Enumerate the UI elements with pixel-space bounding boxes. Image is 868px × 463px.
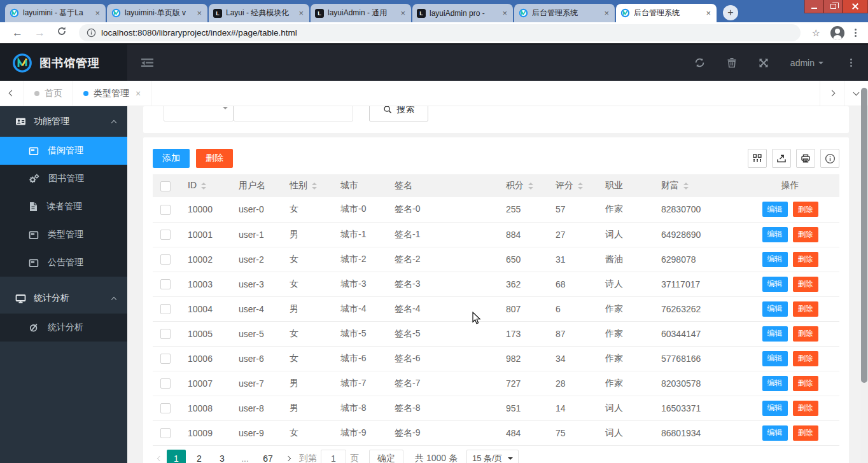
tab-close-icon[interactable]: × xyxy=(501,9,508,17)
page-size-select[interactable]: 15 条/页 xyxy=(466,450,519,463)
edit-button[interactable]: 编辑 xyxy=(762,401,788,416)
page-number-1[interactable]: 1 xyxy=(167,450,186,463)
export-tool-button[interactable] xyxy=(772,149,791,168)
page-tab-类型管理[interactable]: 类型管理× xyxy=(73,81,151,106)
tab-scroll-right[interactable] xyxy=(820,81,844,106)
edit-button[interactable]: 编辑 xyxy=(762,277,788,292)
more-menu-icon[interactable] xyxy=(834,59,868,67)
browser-tab[interactable]: 后台管理系统× xyxy=(514,4,615,22)
goto-page-input[interactable] xyxy=(321,450,346,463)
sidebar-group-统计分析[interactable]: 统计分析 xyxy=(0,283,127,314)
row-checkbox[interactable] xyxy=(160,254,171,265)
tab-close-icon[interactable]: × xyxy=(136,88,141,99)
tab-scroll-left[interactable] xyxy=(0,81,24,106)
bookmark-star-icon[interactable]: ☆ xyxy=(807,27,825,39)
browser-menu-icon[interactable] xyxy=(850,29,862,37)
delete-button[interactable]: 删除 xyxy=(196,149,233,168)
edit-button[interactable]: 编辑 xyxy=(762,301,788,317)
delete-row-button[interactable]: 删除 xyxy=(793,277,818,292)
sidebar-group-功能管理[interactable]: 功能管理 xyxy=(0,106,127,137)
edit-button[interactable]: 编辑 xyxy=(762,425,788,441)
info-tool-button[interactable] xyxy=(820,149,839,168)
sort-icon[interactable] xyxy=(578,180,583,192)
goto-confirm-button[interactable]: 确定 xyxy=(369,450,403,463)
tab-close-icon[interactable]: × xyxy=(195,9,203,17)
sidebar-item-公告管理[interactable]: 公告管理 xyxy=(0,249,127,277)
new-tab-button[interactable]: + xyxy=(723,5,738,20)
browser-profile-avatar[interactable] xyxy=(830,26,844,40)
sidebar-item-图书管理[interactable]: 图书管理 xyxy=(0,165,127,193)
search-field-select[interactable] xyxy=(164,106,234,121)
add-button[interactable]: 添加 xyxy=(153,149,190,168)
page-tab-首页[interactable]: 首页 xyxy=(24,81,73,106)
fullscreen-icon[interactable] xyxy=(748,58,780,68)
tab-close-icon[interactable]: × xyxy=(603,9,610,17)
search-button[interactable]: 搜索 xyxy=(369,106,428,121)
minimize-button[interactable] xyxy=(804,0,823,13)
delete-row-button[interactable]: 删除 xyxy=(793,301,818,317)
sort-icon[interactable] xyxy=(683,180,689,192)
page-next-icon[interactable] xyxy=(281,450,295,463)
tab-close-icon[interactable]: × xyxy=(297,9,305,17)
edit-button[interactable]: 编辑 xyxy=(762,227,788,242)
delete-row-button[interactable]: 删除 xyxy=(793,425,818,441)
site-info-icon[interactable] xyxy=(87,28,96,38)
print-tool-button[interactable] xyxy=(796,149,815,168)
maximize-button[interactable] xyxy=(823,0,843,13)
reload-button[interactable] xyxy=(51,26,73,39)
browser-tab[interactable]: 后台管理系统× xyxy=(616,4,717,22)
edit-button[interactable]: 编辑 xyxy=(762,202,788,217)
row-checkbox[interactable] xyxy=(160,279,171,289)
row-checkbox[interactable] xyxy=(160,304,171,314)
page-number-67[interactable]: 67 xyxy=(258,450,277,463)
sidebar-item-统计分析[interactable]: 统计分析 xyxy=(0,314,127,342)
forward-button[interactable]: → xyxy=(29,27,51,39)
delete-row-button[interactable]: 删除 xyxy=(793,227,818,242)
sidebar-item-读者管理[interactable]: 读者管理 xyxy=(0,193,127,221)
edit-button[interactable]: 编辑 xyxy=(762,326,788,342)
select-all-checkbox[interactable] xyxy=(160,181,171,191)
sidebar-item-类型管理[interactable]: 类型管理 xyxy=(0,221,127,249)
row-checkbox[interactable] xyxy=(160,329,171,339)
tab-close-icon[interactable]: × xyxy=(399,9,407,17)
sidebar-collapse-icon[interactable] xyxy=(127,58,167,68)
edit-button[interactable]: 编辑 xyxy=(762,252,788,267)
row-checkbox[interactable] xyxy=(160,230,171,240)
close-button[interactable] xyxy=(843,0,868,13)
browser-tab[interactable]: layuimini - 基于La× xyxy=(5,4,106,22)
sort-icon[interactable] xyxy=(201,180,206,192)
clear-cache-trash-icon[interactable] xyxy=(716,57,748,68)
page-number-3[interactable]: 3 xyxy=(213,450,232,463)
delete-row-button[interactable]: 删除 xyxy=(793,376,818,391)
browser-tab[interactable]: layuimini-单页版 v× xyxy=(107,4,207,22)
browser-tab[interactable]: LlayuiAdmin - 通用× xyxy=(311,4,411,22)
page-number-2[interactable]: 2 xyxy=(190,450,209,463)
sidebar-item-借阅管理[interactable]: 借阅管理 xyxy=(0,137,127,165)
page-number-...[interactable]: ... xyxy=(235,450,255,463)
row-checkbox[interactable] xyxy=(160,403,171,413)
row-checkbox[interactable] xyxy=(160,428,171,438)
browser-tab[interactable]: LlayuiAdmin pro -× xyxy=(412,4,513,22)
user-menu[interactable]: admin xyxy=(780,58,834,68)
row-checkbox[interactable] xyxy=(160,205,171,215)
search-input[interactable] xyxy=(234,106,353,121)
columns-tool-button[interactable] xyxy=(748,149,767,168)
row-checkbox[interactable] xyxy=(160,378,171,389)
address-bar[interactable]: localhost:8080/libraryproject/index#/pag… xyxy=(79,24,801,41)
browser-tab[interactable]: LLayui - 经典模块化× xyxy=(209,4,309,22)
delete-row-button[interactable]: 删除 xyxy=(793,252,818,267)
sort-icon[interactable] xyxy=(312,180,317,192)
tab-close-icon[interactable]: × xyxy=(704,9,712,17)
delete-row-button[interactable]: 删除 xyxy=(793,326,818,342)
page-prev-icon[interactable] xyxy=(153,450,167,463)
delete-row-button[interactable]: 删除 xyxy=(793,401,818,416)
back-button[interactable]: ← xyxy=(6,27,29,39)
tab-close-icon[interactable]: × xyxy=(94,9,101,17)
refresh-icon[interactable] xyxy=(683,57,716,68)
page-scrollbar-thumb[interactable] xyxy=(861,88,867,383)
edit-button[interactable]: 编辑 xyxy=(762,376,788,391)
row-checkbox[interactable] xyxy=(160,354,171,364)
sort-icon[interactable] xyxy=(528,180,533,192)
delete-row-button[interactable]: 删除 xyxy=(793,202,818,217)
edit-button[interactable]: 编辑 xyxy=(762,351,788,366)
